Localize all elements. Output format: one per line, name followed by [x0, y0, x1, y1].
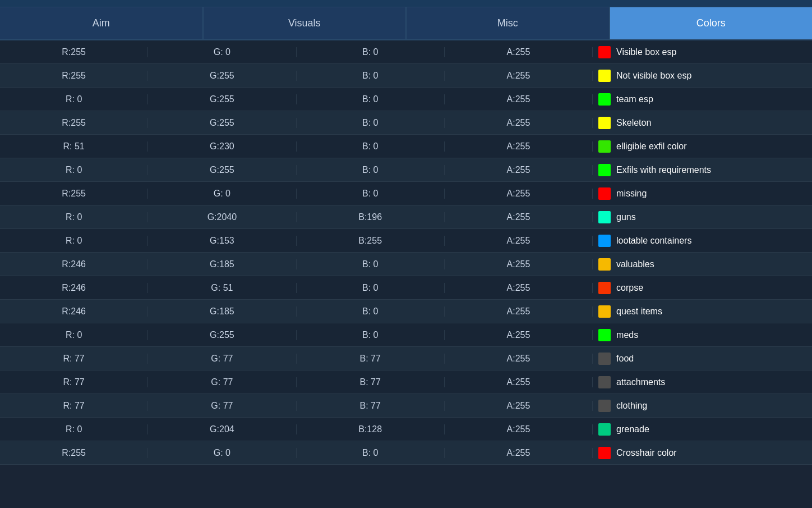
label-cell: guns	[593, 211, 812, 223]
b-value[interactable]: B:255	[297, 236, 445, 246]
tab-colors[interactable]: Colors	[610, 7, 813, 39]
content-area[interactable]: R:255G: 0B: 0A:255Visible box espR:255G:…	[0, 40, 812, 487]
table-row: R:246G: 51B: 0A:255corpse	[0, 276, 812, 300]
a-value[interactable]: A:255	[445, 141, 593, 152]
label-cell: Skeleton	[593, 117, 812, 129]
g-value[interactable]: G:2040	[148, 212, 296, 222]
item-label: grenade	[616, 424, 649, 434]
a-value[interactable]: A:255	[445, 377, 593, 387]
a-value[interactable]: A:255	[445, 330, 593, 340]
b-value[interactable]: B:128	[297, 424, 445, 434]
b-value[interactable]: B: 0	[297, 71, 445, 81]
label-cell: Crosshair color	[593, 447, 812, 459]
b-value[interactable]: B: 77	[297, 401, 445, 411]
b-value[interactable]: B: 0	[297, 283, 445, 293]
a-value[interactable]: A:255	[445, 306, 593, 317]
r-value[interactable]: R:255	[0, 47, 148, 57]
g-value[interactable]: G:185	[148, 306, 296, 317]
item-label: lootable containers	[616, 236, 691, 246]
color-swatch	[598, 211, 611, 223]
a-value[interactable]: A:255	[445, 354, 593, 364]
a-value[interactable]: A:255	[445, 94, 593, 104]
r-value[interactable]: R: 0	[0, 236, 148, 246]
color-swatch	[598, 164, 611, 176]
r-value[interactable]: R:246	[0, 306, 148, 317]
a-value[interactable]: A:255	[445, 189, 593, 199]
tab-misc[interactable]: Misc	[407, 7, 610, 39]
g-value[interactable]: G:204	[148, 424, 296, 434]
a-value[interactable]: A:255	[445, 259, 593, 269]
r-value[interactable]: R:246	[0, 259, 148, 269]
r-value[interactable]: R: 0	[0, 212, 148, 222]
g-value[interactable]: G:255	[148, 94, 296, 104]
b-value[interactable]: B: 0	[297, 330, 445, 340]
label-cell: lootable containers	[593, 235, 812, 247]
r-value[interactable]: R: 0	[0, 330, 148, 340]
g-value[interactable]: G:255	[148, 165, 296, 175]
a-value[interactable]: A:255	[445, 165, 593, 175]
label-cell: corpse	[593, 282, 812, 294]
r-value[interactable]: R: 77	[0, 377, 148, 387]
table-row: R: 51G:230B: 0A:255elligible exfil color	[0, 135, 812, 158]
b-value[interactable]: B: 0	[297, 259, 445, 269]
label-cell: attachments	[593, 376, 812, 388]
table-row: R: 0G:204B:128A:255grenade	[0, 418, 812, 441]
label-cell: clothing	[593, 400, 812, 412]
a-value[interactable]: A:255	[445, 212, 593, 222]
table-row: R: 0G:255B: 0A:255Exfils with requiremen…	[0, 158, 812, 182]
b-value[interactable]: B: 77	[297, 377, 445, 387]
r-value[interactable]: R:255	[0, 71, 148, 81]
a-value[interactable]: A:255	[445, 283, 593, 293]
g-value[interactable]: G: 77	[148, 401, 296, 411]
table-row: R: 77G: 77B: 77A:255attachments	[0, 370, 812, 394]
g-value[interactable]: G:255	[148, 118, 296, 128]
color-swatch	[598, 329, 611, 341]
g-value[interactable]: G:185	[148, 259, 296, 269]
r-value[interactable]: R:246	[0, 283, 148, 293]
g-value[interactable]: G:230	[148, 141, 296, 152]
tab-visuals[interactable]: Visuals	[204, 7, 407, 39]
b-value[interactable]: B: 0	[297, 141, 445, 152]
r-value[interactable]: R: 0	[0, 424, 148, 434]
g-value[interactable]: G: 51	[148, 283, 296, 293]
b-value[interactable]: B: 0	[297, 118, 445, 128]
a-value[interactable]: A:255	[445, 424, 593, 434]
a-value[interactable]: A:255	[445, 401, 593, 411]
g-value[interactable]: G: 0	[148, 47, 296, 57]
a-value[interactable]: A:255	[445, 236, 593, 246]
r-value[interactable]: R:255	[0, 448, 148, 458]
b-value[interactable]: B:196	[297, 212, 445, 222]
r-value[interactable]: R: 51	[0, 141, 148, 152]
b-value[interactable]: B: 0	[297, 306, 445, 317]
g-value[interactable]: G: 0	[148, 448, 296, 458]
tab-aim[interactable]: Aim	[0, 7, 204, 39]
color-swatch	[598, 70, 611, 82]
b-value[interactable]: B: 77	[297, 354, 445, 364]
r-value[interactable]: R:255	[0, 189, 148, 199]
g-value[interactable]: G: 77	[148, 377, 296, 387]
b-value[interactable]: B: 0	[297, 448, 445, 458]
g-value[interactable]: G:153	[148, 236, 296, 246]
r-value[interactable]: R: 0	[0, 94, 148, 104]
a-value[interactable]: A:255	[445, 448, 593, 458]
g-value[interactable]: G:255	[148, 71, 296, 81]
a-value[interactable]: A:255	[445, 47, 593, 57]
b-value[interactable]: B: 0	[297, 189, 445, 199]
b-value[interactable]: B: 0	[297, 47, 445, 57]
g-value[interactable]: G: 77	[148, 354, 296, 364]
r-value[interactable]: R: 77	[0, 401, 148, 411]
r-value[interactable]: R:255	[0, 118, 148, 128]
g-value[interactable]: G:255	[148, 330, 296, 340]
table-row: R: 0G:255B: 0A:255meds	[0, 323, 812, 347]
color-swatch	[598, 376, 611, 388]
g-value[interactable]: G: 0	[148, 189, 296, 199]
b-value[interactable]: B: 0	[297, 165, 445, 175]
a-value[interactable]: A:255	[445, 118, 593, 128]
item-label: meds	[616, 330, 638, 340]
label-cell: valuables	[593, 258, 812, 271]
b-value[interactable]: B: 0	[297, 94, 445, 104]
a-value[interactable]: A:255	[445, 71, 593, 81]
r-value[interactable]: R: 77	[0, 354, 148, 364]
r-value[interactable]: R: 0	[0, 165, 148, 175]
table-row: R:255G: 0B: 0A:255Visible box esp	[0, 40, 812, 64]
